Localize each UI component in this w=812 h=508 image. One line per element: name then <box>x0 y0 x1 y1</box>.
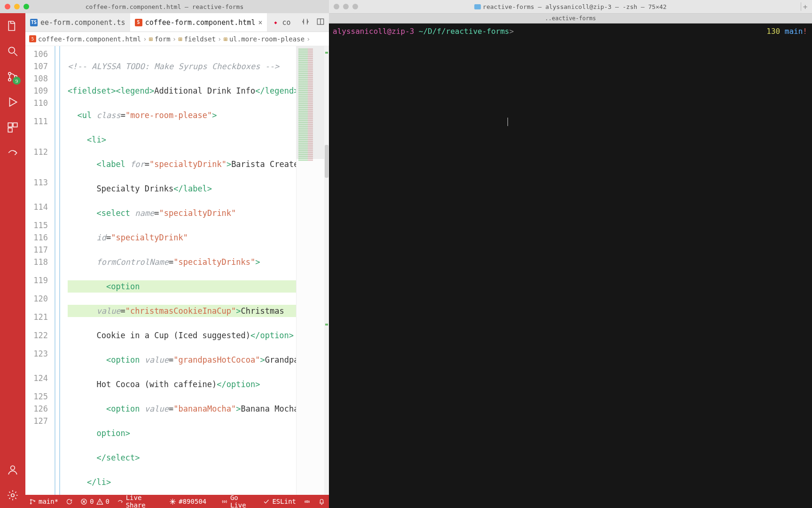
ts-icon: TS <box>30 19 38 26</box>
color-status[interactable]: #890504 <box>169 498 206 505</box>
folder-icon <box>474 4 481 9</box>
bell-icon[interactable] <box>318 498 325 505</box>
scroll-thumb[interactable] <box>325 145 328 178</box>
editor[interactable]: 1061071081091101111121131141151161171181… <box>25 46 329 495</box>
liveshare-status[interactable]: Live Share <box>117 494 162 508</box>
sync-status[interactable] <box>66 498 73 505</box>
terminal-title: reactive-forms — alyssanicoll@zip-3 — -z… <box>474 3 666 10</box>
svg-point-14 <box>224 500 225 502</box>
svg-point-11 <box>31 503 32 504</box>
indent-guides <box>53 46 68 495</box>
golive-status[interactable]: Go Live <box>221 494 255 508</box>
tab-bar: TSee-form.component.ts 5coffee-form.comp… <box>25 13 329 32</box>
line-gutter: 1061071081091101111121131141151161171181… <box>25 46 53 495</box>
zoom-icon[interactable] <box>23 4 29 9</box>
svg-point-7 <box>11 466 15 470</box>
eslint-status[interactable]: ESLint <box>263 498 296 505</box>
breadcrumbs[interactable]: 5 coffee-form.component.html› ⊞form› ⊞fi… <box>25 32 329 46</box>
close-tab-icon[interactable]: × <box>258 18 262 27</box>
window-title: coffee-form.component.html — reactive-fo… <box>86 3 244 10</box>
minimize-icon[interactable] <box>343 4 349 9</box>
close-icon[interactable] <box>334 4 339 9</box>
extensions-icon[interactable] <box>7 121 19 134</box>
terminal-titlebar[interactable]: reactive-forms — alyssanicoll@zip-3 — -z… <box>329 0 812 13</box>
search-icon[interactable] <box>7 45 19 57</box>
svg-rect-4 <box>8 123 12 127</box>
tab-component-html[interactable]: 5coffee-form.component.html× <box>130 13 267 32</box>
svg-point-2 <box>8 79 11 81</box>
svg-point-12 <box>34 500 35 502</box>
svg-rect-5 <box>13 123 17 127</box>
new-tab-button[interactable]: + <box>801 2 809 11</box>
gear-icon[interactable] <box>7 489 19 501</box>
terminal-tab[interactable]: ..eactive-forms <box>329 13 812 24</box>
svg-rect-6 <box>8 128 12 132</box>
html-icon: 5 <box>135 19 142 26</box>
feedback-icon[interactable] <box>304 498 311 505</box>
account-icon[interactable] <box>7 464 19 476</box>
close-icon[interactable] <box>5 4 10 9</box>
branch-status[interactable]: main* <box>29 498 58 505</box>
angular-icon: ◆ <box>272 19 279 26</box>
activity-bar: 9 <box>0 13 25 508</box>
minimize-icon[interactable] <box>14 4 20 9</box>
terminal-right-status: 130 main! <box>766 26 807 37</box>
run-debug-icon[interactable] <box>7 96 19 108</box>
terminal-body[interactable]: alyssanicoll@zip-3 ~/D/f/reactive-forms>… <box>329 24 812 508</box>
share-icon[interactable] <box>7 147 19 159</box>
vscode-titlebar[interactable]: coffee-form.component.html — reactive-fo… <box>0 0 329 13</box>
compare-icon[interactable] <box>301 17 310 28</box>
scm-badge: 9 <box>13 77 21 85</box>
terminal-cursor <box>508 118 508 126</box>
svg-point-8 <box>11 494 15 497</box>
scrollbar[interactable] <box>324 46 329 495</box>
explorer-icon[interactable] <box>7 20 19 32</box>
terminal-window: reactive-forms — alyssanicoll@zip-3 — -z… <box>329 0 812 508</box>
problems-status[interactable]: 0 0 <box>80 498 109 505</box>
minimap[interactable] <box>296 46 324 495</box>
svg-point-15 <box>306 500 308 502</box>
html-icon: 5 <box>29 35 36 42</box>
tab-other[interactable]: ◆co <box>267 13 295 32</box>
source-control-icon[interactable]: 9 <box>7 71 19 83</box>
vscode-window: coffee-form.component.html — reactive-fo… <box>0 0 329 508</box>
status-bar: main* 0 0 Live Share #890504 Go Live ESL… <box>25 495 329 508</box>
svg-point-10 <box>31 499 32 500</box>
split-editor-icon[interactable] <box>316 17 325 28</box>
svg-point-0 <box>8 47 15 53</box>
tab-component-ts[interactable]: TSee-form.component.ts <box>25 13 130 32</box>
svg-point-1 <box>8 72 11 75</box>
code-content[interactable]: <!-- ALYSSA TODO: Make Syrups Checkboxes… <box>68 46 296 495</box>
zoom-icon[interactable] <box>352 4 358 9</box>
